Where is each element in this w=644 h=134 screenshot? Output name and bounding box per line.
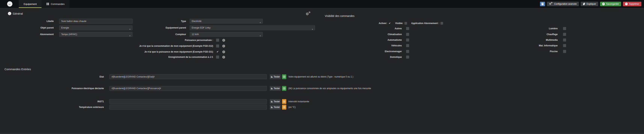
application-abonnement-checkbox[interactable]: ✔	[440, 22, 443, 24]
chevron-down-icon: ▼	[129, 27, 131, 32]
libelle-label: Libelle	[0, 19, 54, 24]
cat-lumiere-checkbox[interactable]: ✔	[563, 27, 566, 30]
general-section-title: Général	[13, 12, 23, 15]
cmd-puissance-input[interactable]	[110, 86, 267, 91]
chevron-down-icon: ▼	[260, 34, 261, 38]
puissance-only-checkbox[interactable]: ✔	[216, 50, 219, 53]
rss-icon	[271, 88, 273, 90]
cat-climatisation-checkbox[interactable]: ✔	[406, 33, 409, 36]
cat-piscine-checkbox[interactable]: ✔	[563, 50, 566, 53]
cat-vehicules-checkbox[interactable]: ✔	[406, 44, 409, 47]
cmd-temperature-list-button[interactable]	[282, 105, 286, 110]
cat-domotique-label: Domotique	[319, 56, 402, 59]
puissance-only-label: Je n'ai que la puissance de mon équipeme…	[75, 50, 213, 54]
puissance-personnalisee-checkbox[interactable]: ✔	[216, 39, 219, 42]
cmd-etat-input[interactable]	[110, 74, 267, 79]
type-label: Type	[132, 19, 186, 24]
cmd-inst1-tester-button[interactable]: Tester	[270, 99, 281, 104]
libelle-input[interactable]	[59, 19, 132, 24]
duplicate-button[interactable]: Dupliquer	[581, 2, 598, 6]
type-select[interactable]: Electricité ▼	[190, 19, 263, 24]
cat-vehicules-label: Véhicules	[319, 44, 402, 47]
objet-parent-label: Objet parent	[0, 25, 54, 30]
delete-button[interactable]: − Supprimer	[623, 2, 641, 6]
cat-domotique-checkbox[interactable]: ✔	[406, 56, 409, 58]
rss-icon	[271, 106, 273, 108]
abonnement-label: Abonnement	[0, 32, 54, 37]
enregistrement-j1-checkbox[interactable]: ✔	[216, 56, 219, 58]
list-alt-icon	[283, 76, 286, 78]
save-button[interactable]: ✔ Sauvegarder	[600, 2, 621, 6]
visibility-title: Visibilité des commandes	[325, 14, 354, 18]
conso-only-label: Je n'ai que la consommation de mon equip…	[75, 44, 213, 48]
cat-piscine-label: Piscine	[488, 50, 558, 53]
copy-icon	[583, 3, 585, 5]
puissance-personnalisee-label: Puissance personnalisée :	[75, 39, 213, 42]
cmd-inst1-list-button[interactable]	[282, 99, 286, 104]
compteur-label: Compteur	[132, 32, 186, 37]
advanced-config-label: Configuration avancée	[554, 3, 576, 5]
abonnement-select[interactable]: Tempo (HP/HC) ▼	[59, 32, 132, 37]
visible-label: Visible:	[395, 22, 403, 24]
return-icon[interactable]: ←	[8, 12, 11, 15]
cat-climatisation-label: Climatisation	[319, 33, 402, 36]
cmd-etat-label: Etat	[19, 74, 104, 79]
cat-mat-informatique-checkbox[interactable]: ✔	[563, 44, 566, 47]
chevron-down-icon: ▼	[129, 34, 131, 38]
list-alt-icon	[283, 100, 286, 103]
info-icon[interactable]: i	[222, 56, 225, 58]
activer-checkbox[interactable]: ✔	[388, 22, 391, 24]
info-icon[interactable]: i	[222, 50, 225, 53]
cmd-puissance-description: (W) La puissance consommée de vos ampoul…	[288, 86, 371, 91]
cat-electromenager-checkbox[interactable]: ✔	[406, 50, 409, 53]
delete-label: Supprimer	[629, 3, 639, 5]
cat-electromenager-label: Electromenager	[319, 50, 402, 53]
cmd-puissance-tester-button[interactable]: Tester	[270, 86, 281, 91]
cmd-temperature-input[interactable]	[110, 105, 267, 110]
cmd-temperature-label: Température extérieure	[19, 105, 104, 110]
cat-autres-checkbox[interactable]: ✔	[406, 27, 409, 30]
cogs-icon[interactable]: ⚙⚙	[306, 12, 311, 16]
equipement-parent-label: Equipement parent	[132, 25, 186, 30]
cat-automatisme-checkbox[interactable]: ✔	[406, 38, 409, 42]
objet-parent-select[interactable]: Energie ▼	[59, 25, 132, 30]
th-list-icon	[46, 3, 49, 5]
cmd-inst1-input[interactable]	[110, 99, 267, 104]
cmd-etat-list-button[interactable]	[282, 74, 286, 79]
tab-bar: Equipement Commandes	[19, 0, 70, 8]
rss-icon	[271, 76, 273, 78]
compteur-select[interactable]: 12 kVA ▼	[190, 32, 263, 37]
back-icon[interactable]: ←	[7, 1, 12, 6]
cat-multimedia-checkbox[interactable]: ✔	[563, 38, 566, 42]
visible-checkbox[interactable]: ✔	[404, 22, 407, 24]
chevron-down-icon: ▼	[260, 21, 261, 25]
type-value: Electricité	[192, 20, 202, 22]
advanced-config-button[interactable]: ⚙⚙ Configuration avancée	[547, 2, 579, 6]
visibility-toggle-row: Activer: ✔ Visible: ✔ Application Abonne…	[319, 22, 443, 25]
tab-commandes[interactable]: Commandes	[42, 0, 70, 8]
tester-label: Tester	[274, 76, 280, 78]
info-icon[interactable]: i	[222, 45, 225, 48]
cmd-etat-description: Votre équipement est allumé ou éteint (T…	[288, 74, 353, 79]
cmd-etat-tester-button[interactable]: Tester	[270, 74, 281, 79]
equipement-parent-select[interactable]: Energie EDF Linky ▼	[190, 25, 315, 30]
cmd-temperature-tester-button[interactable]: Tester	[270, 105, 281, 110]
chevron-down-icon: ▼	[312, 27, 313, 32]
check-icon: ✔	[216, 50, 219, 53]
commands-section-title: Commandes Entrées	[4, 68, 31, 71]
cmd-puissance-list-button[interactable]	[282, 86, 286, 91]
tester-label: Tester	[274, 106, 280, 108]
compteur-value: 12 kVA	[192, 33, 199, 36]
objet-parent-value: Energie	[61, 26, 69, 29]
horizontal-scrollbar[interactable]	[0, 133, 644, 134]
equipement-parent-value: Energie EDF Linky	[192, 26, 210, 29]
cat-mat-informatique-label: Mat. Informatique	[488, 44, 558, 47]
tester-label: Tester	[274, 100, 280, 103]
cat-automatisme-label: Automatisme	[319, 38, 402, 42]
cat-chauffage-checkbox[interactable]: ✔	[563, 33, 566, 36]
tab-equipement[interactable]: Equipement	[19, 0, 42, 8]
application-abonnement-label: Application Abonnement :	[411, 22, 439, 24]
documentation-button[interactable]	[540, 2, 545, 6]
info-icon[interactable]: i	[222, 39, 225, 42]
conso-only-checkbox[interactable]: ✔	[216, 44, 219, 48]
